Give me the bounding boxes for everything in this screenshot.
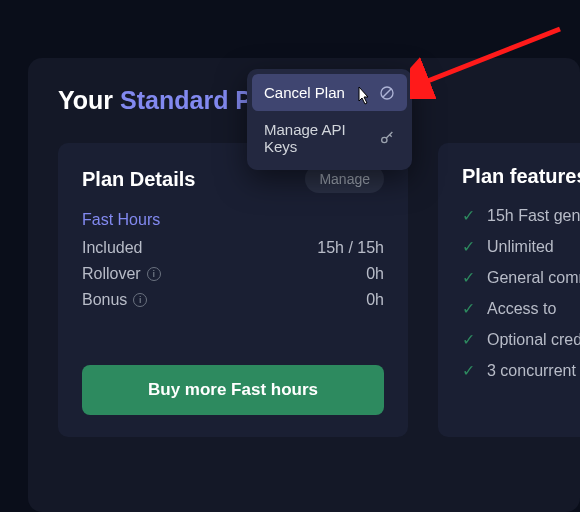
feature-text: 3 concurrent xyxy=(487,362,576,380)
feature-item: ✓ 3 concurrent xyxy=(462,361,580,380)
included-label: Included xyxy=(82,239,143,257)
buy-more-button[interactable]: Buy more Fast hours xyxy=(82,365,384,415)
cancel-plan-label: Cancel Plan xyxy=(264,84,345,101)
check-icon: ✓ xyxy=(462,299,475,318)
feature-item: ✓ General commercial xyxy=(462,268,580,287)
fast-hours-label: Fast Hours xyxy=(82,211,384,229)
check-icon: ✓ xyxy=(462,361,475,380)
info-icon[interactable]: i xyxy=(133,293,147,307)
manage-api-keys-item[interactable]: Manage API Keys xyxy=(252,111,407,165)
cards-row: Plan Details Manage Fast Hours Included … xyxy=(58,143,550,437)
bonus-label: Bonus i xyxy=(82,291,147,309)
rollover-row: Rollover i 0h xyxy=(82,265,384,283)
feature-text: General commercial xyxy=(487,269,580,287)
title-prefix: Your xyxy=(58,86,120,114)
feature-text: Optional credit xyxy=(487,331,580,349)
feature-item: ✓ Unlimited xyxy=(462,237,580,256)
rollover-label: Rollover i xyxy=(82,265,161,283)
bonus-row: Bonus i 0h xyxy=(82,291,384,309)
included-row: Included 15h / 15h xyxy=(82,239,384,257)
bonus-value: 0h xyxy=(366,291,384,309)
check-icon: ✓ xyxy=(462,206,475,225)
check-icon: ✓ xyxy=(462,330,475,349)
check-icon: ✓ xyxy=(462,237,475,256)
plan-features-title: Plan features xyxy=(462,165,580,188)
rollover-value: 0h xyxy=(366,265,384,283)
manage-dropdown: Cancel Plan Manage API Keys xyxy=(247,69,412,170)
feature-text: 15h Fast generations xyxy=(487,207,580,225)
plan-features-card: Plan features ✓ 15h Fast generations ✓ U… xyxy=(438,143,580,437)
key-icon xyxy=(379,130,395,146)
feature-item: ✓ Optional credit xyxy=(462,330,580,349)
feature-text: Unlimited xyxy=(487,238,554,256)
feature-item: ✓ Access to xyxy=(462,299,580,318)
manage-api-label: Manage API Keys xyxy=(264,121,379,155)
feature-item: ✓ 15h Fast generations xyxy=(462,206,580,225)
info-icon[interactable]: i xyxy=(147,267,161,281)
svg-point-2 xyxy=(382,137,387,142)
plan-details-title: Plan Details xyxy=(82,168,195,191)
cancel-icon xyxy=(379,85,395,101)
plan-details-card: Plan Details Manage Fast Hours Included … xyxy=(58,143,408,437)
card-header: Plan features xyxy=(462,165,580,188)
feature-text: Access to xyxy=(487,300,556,318)
check-icon: ✓ xyxy=(462,268,475,287)
included-value: 15h / 15h xyxy=(317,239,384,257)
svg-line-1 xyxy=(383,89,391,97)
cancel-plan-item[interactable]: Cancel Plan xyxy=(252,74,407,111)
